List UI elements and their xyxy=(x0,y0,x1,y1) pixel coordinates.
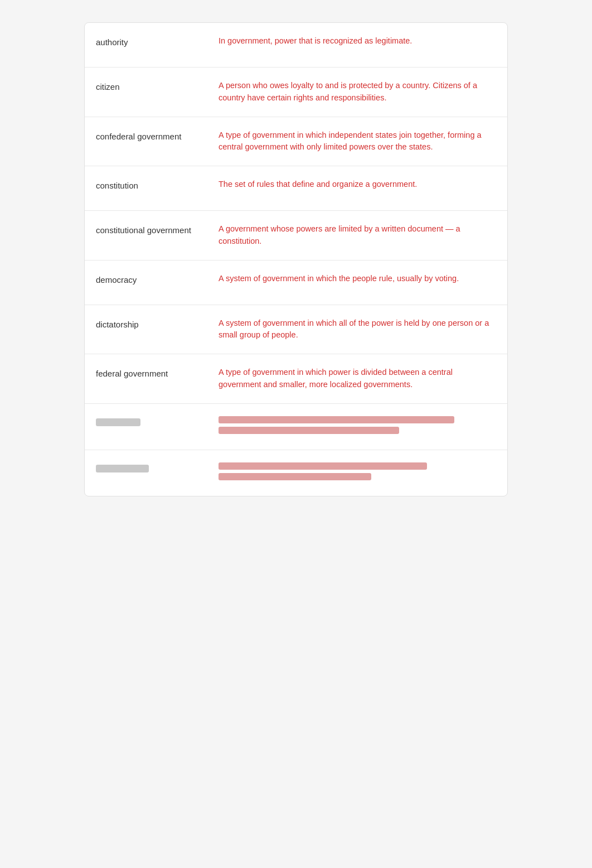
glossary-row-federal-government: federal government A type of government … xyxy=(85,354,507,404)
glossary-row-democracy: democracy A system of government in whic… xyxy=(85,261,507,305)
glossary-row-blurred-2 xyxy=(85,450,507,496)
glossary-card: authority In government, power that is r… xyxy=(84,22,508,496)
glossary-row-dictatorship: dictatorship A system of government in w… xyxy=(85,305,507,355)
term-citizen: citizen xyxy=(96,80,219,104)
def-authority: In government, power that is recognized … xyxy=(219,35,496,55)
glossary-row-authority: authority In government, power that is r… xyxy=(85,23,507,67)
glossary-row-confederal-government: confederal government A type of governme… xyxy=(85,117,507,167)
term-dictatorship: dictatorship xyxy=(96,317,219,342)
glossary-row-constitutional-government: constitutional government A government w… xyxy=(85,211,507,261)
term-authority: authority xyxy=(96,35,219,55)
term-federal-government: federal government xyxy=(96,367,219,391)
def-constitutional-government: A government whose powers are limited by… xyxy=(219,223,496,248)
def-dictatorship: A system of government in which all of t… xyxy=(219,317,496,342)
glossary-row-citizen: citizen A person who owes loyalty to and… xyxy=(85,67,507,117)
term-confederal-government: confederal government xyxy=(96,129,219,154)
def-blurred-2 xyxy=(219,462,496,484)
def-citizen: A person who owes loyalty to and is prot… xyxy=(219,80,496,104)
def-democracy: A system of government in which the peop… xyxy=(219,273,496,292)
glossary-row-constitution: constitution The set of rules that defin… xyxy=(85,166,507,211)
def-confederal-government: A type of government in which independen… xyxy=(219,129,496,154)
def-constitution: The set of rules that define and organiz… xyxy=(219,179,496,198)
glossary-row-blurred-1 xyxy=(85,404,507,450)
term-constitution: constitution xyxy=(96,179,219,198)
term-democracy: democracy xyxy=(96,273,219,292)
def-federal-government: A type of government in which power is d… xyxy=(219,367,496,391)
term-constitutional-government: constitutional government xyxy=(96,223,219,248)
term-blurred-1 xyxy=(96,416,219,437)
term-blurred-2 xyxy=(96,462,219,484)
def-blurred-1 xyxy=(219,416,496,437)
